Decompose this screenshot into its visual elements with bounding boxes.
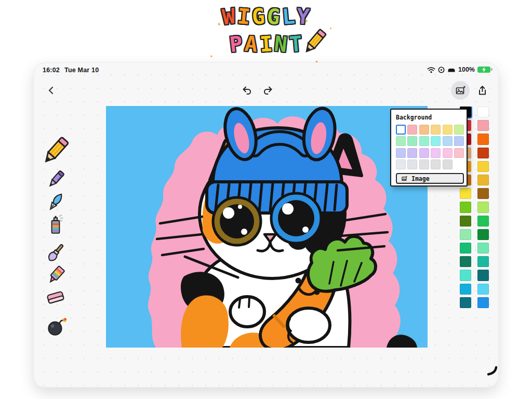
spray-can-icon	[45, 214, 66, 235]
chevron-left-icon	[46, 85, 57, 96]
color-swatch[interactable]	[477, 188, 489, 199]
orientation-lock-icon	[438, 66, 445, 73]
color-swatch[interactable]	[477, 243, 489, 254]
color-swatch[interactable]	[460, 297, 471, 308]
marker-tool[interactable]	[45, 264, 66, 286]
palette-column-right	[477, 107, 489, 308]
color-swatch[interactable]	[477, 148, 489, 158]
ink-pen-icon	[45, 191, 66, 213]
color-swatch[interactable]	[477, 297, 489, 308]
background-color-swatch[interactable]	[454, 148, 464, 158]
color-swatch[interactable]	[477, 107, 489, 117]
background-color-swatch[interactable]	[407, 125, 417, 135]
background-color-swatch[interactable]	[454, 136, 464, 146]
color-swatch[interactable]	[477, 175, 489, 185]
background-color-swatch[interactable]	[396, 148, 406, 158]
sparkle-icon: ✦	[329, 17, 332, 39]
color-swatch[interactable]	[460, 256, 471, 267]
background-color-swatch[interactable]	[419, 125, 429, 135]
share-button[interactable]	[473, 81, 491, 100]
background-color-swatch[interactable]	[419, 159, 429, 169]
top-toolbar	[34, 79, 498, 102]
tablet-frame: 16:02Tue Mar 10 100%	[33, 62, 499, 388]
color-swatch[interactable]	[477, 134, 489, 144]
drawing-canvas[interactable]	[106, 106, 428, 348]
paint-brush-icon	[45, 242, 66, 264]
background-color-swatch[interactable]	[431, 125, 441, 135]
app-logo: WIGGLY PAINT ✦ ✦ ✦ ✦ ✦ ✦	[0, 5, 532, 60]
color-swatch[interactable]	[477, 256, 489, 267]
background-swatch-grid	[396, 125, 462, 169]
corner-doodle	[487, 366, 498, 377]
color-swatch[interactable]	[460, 284, 471, 295]
color-swatch[interactable]	[477, 270, 489, 281]
background-color-swatch[interactable]	[396, 125, 406, 135]
battery-percent: 100%	[458, 66, 475, 73]
background-color-swatch[interactable]	[407, 136, 417, 146]
color-swatch[interactable]	[460, 243, 471, 254]
color-swatch[interactable]	[460, 229, 471, 240]
pen-tool[interactable]	[45, 169, 66, 191]
background-color-swatch[interactable]	[431, 148, 441, 158]
pencil-tool[interactable]	[41, 136, 71, 166]
background-color-swatch[interactable]	[419, 148, 429, 158]
image-plus-icon	[455, 85, 466, 96]
undo-button[interactable]	[237, 81, 256, 100]
back-button[interactable]	[42, 81, 61, 100]
color-swatch[interactable]	[460, 202, 471, 212]
logo-letter: L	[280, 5, 297, 29]
logo-line-paint: PAINT	[0, 33, 532, 60]
redo-icon	[262, 85, 273, 96]
pen-icon	[45, 169, 66, 191]
logo-letter: I	[235, 5, 252, 29]
background-color-swatch[interactable]	[431, 159, 441, 169]
ink-pen-tool[interactable]	[45, 191, 66, 213]
redo-button[interactable]	[258, 81, 277, 100]
color-swatch[interactable]	[477, 229, 489, 240]
background-color-swatch[interactable]	[396, 136, 406, 146]
color-swatch[interactable]	[477, 202, 489, 212]
background-color-swatch[interactable]	[443, 148, 453, 158]
color-swatch[interactable]	[477, 284, 489, 295]
background-color-swatch[interactable]	[407, 148, 417, 158]
marker-icon	[45, 264, 66, 286]
wiggly-paint-page: WIGGLY PAINT ✦ ✦ ✦ ✦ ✦ ✦ 16:02Tue Mar 10	[0, 0, 532, 399]
background-color-swatch[interactable]	[443, 159, 453, 169]
spray-can-tool[interactable]	[45, 214, 66, 235]
logo-letter: I	[258, 32, 274, 56]
pencil-icon	[41, 136, 71, 166]
color-swatch[interactable]	[460, 270, 471, 281]
wifi-icon	[427, 66, 435, 73]
paint-brush-tool[interactable]	[45, 242, 66, 264]
background-color-swatch[interactable]	[443, 125, 453, 135]
logo-letter: N	[272, 32, 289, 57]
keyboard-icon	[447, 66, 456, 73]
background-color-swatch[interactable]	[431, 136, 441, 146]
background-color-swatch[interactable]	[396, 159, 406, 169]
eraser-tool[interactable]	[45, 287, 66, 309]
logo-letter: W	[220, 4, 237, 29]
status-time: 16:02	[43, 66, 60, 74]
pencil-logo-icon	[301, 28, 328, 55]
image-plus-icon	[401, 176, 408, 182]
background-color-swatch[interactable]	[443, 136, 453, 146]
background-image-option-button[interactable]: Image	[396, 173, 464, 184]
color-swatch[interactable]	[460, 216, 471, 227]
color-swatch[interactable]	[477, 216, 489, 227]
logo-letter: G	[250, 5, 267, 29]
background-color-swatch[interactable]	[419, 136, 429, 146]
tool-rail	[39, 136, 72, 338]
background-image-button[interactable]	[451, 81, 470, 100]
color-swatch[interactable]	[460, 188, 471, 199]
bomb-tool[interactable]	[45, 315, 66, 337]
bomb-icon	[45, 315, 66, 337]
status-time-date: 16:02Tue Mar 10	[43, 66, 99, 74]
color-swatch[interactable]	[477, 120, 489, 131]
color-swatch[interactable]	[477, 161, 489, 172]
cat-artwork	[106, 106, 428, 348]
share-icon	[477, 85, 488, 96]
background-color-swatch[interactable]	[407, 159, 417, 169]
image-button-label: Image	[411, 175, 430, 182]
logo-letter: G	[265, 5, 282, 29]
background-color-swatch[interactable]	[454, 125, 464, 135]
